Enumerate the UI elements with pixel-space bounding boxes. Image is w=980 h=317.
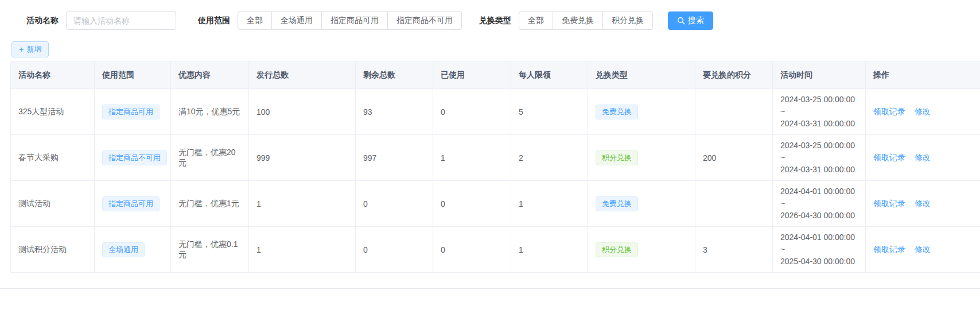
cell-activity-name: 测试积分活动 <box>11 227 95 273</box>
cell-activity-name: 测试活动 <box>11 181 95 227</box>
usage-scope-option-specified-unusable[interactable]: 指定商品不可用 <box>388 11 462 30</box>
add-button-label: 新增 <box>26 44 41 55</box>
time-start: 2024-03-25 00:00:00 <box>780 94 858 106</box>
col-header-discount-content: 优惠内容 <box>171 61 249 89</box>
edit-link[interactable]: 修改 <box>915 107 931 116</box>
search-button-label: 搜索 <box>688 16 704 26</box>
scope-tag: 指定商品可用 <box>102 196 160 211</box>
cell-usage-scope: 指定商品可用 <box>95 181 171 227</box>
time-separator: ~ <box>780 152 858 164</box>
col-header-exchange-type: 兑换类型 <box>588 61 695 89</box>
edit-link[interactable]: 修改 <box>915 199 931 208</box>
cell-limit: 5 <box>511 89 588 135</box>
cell-remaining: 93 <box>356 89 433 135</box>
time-separator: ~ <box>780 198 858 210</box>
scope-tag: 全场通用 <box>102 242 145 257</box>
exchange-type-group: 全部 免费兑换 积分兑换 <box>519 11 653 30</box>
cell-exchange-type: 积分兑换 <box>588 135 695 181</box>
cell-used: 0 <box>433 227 511 273</box>
cell-limit: 1 <box>511 181 588 227</box>
cell-discount: 无门槛，优惠20元 <box>171 135 249 181</box>
cell-used: 0 <box>433 89 511 135</box>
usage-scope-option-universal[interactable]: 全场通用 <box>272 11 322 30</box>
exchange-type-option-all[interactable]: 全部 <box>519 11 553 30</box>
exchange-type-option-points[interactable]: 积分兑换 <box>603 11 653 30</box>
activity-name-label: 活动名称 <box>26 16 59 26</box>
exchange-tag: 免费兑换 <box>596 105 638 119</box>
search-button[interactable]: 搜索 <box>668 11 713 30</box>
add-button[interactable]: + 新增 <box>11 41 49 57</box>
col-header-used: 已使用 <box>433 61 511 89</box>
cell-limit: 1 <box>511 227 588 273</box>
cell-exchange-type: 免费兑换 <box>588 89 695 135</box>
cell-actions: 领取记录 修改 <box>866 227 980 273</box>
edit-link[interactable]: 修改 <box>915 153 931 162</box>
records-link[interactable]: 领取记录 <box>873 245 905 254</box>
table-row: 测试积分活动 全场通用 无门槛，优惠0.1元 1 0 0 1 积分兑换 3 20… <box>11 227 980 273</box>
cell-time: 2024-04-01 00:00:00 ~ 2026-04-30 00:00:0… <box>773 181 866 227</box>
cell-actions: 领取记录 修改 <box>866 135 980 181</box>
cell-remaining: 0 <box>356 227 433 273</box>
cell-points <box>695 89 773 135</box>
exchange-type-label: 兑换类型 <box>479 16 511 26</box>
cell-total: 100 <box>249 89 356 135</box>
filter-bar: 活动名称 使用范围 全部 全场通用 指定商品可用 指定商品不可用 兑换类型 全部… <box>0 0 980 30</box>
cell-actions: 领取记录 修改 <box>866 181 980 227</box>
cell-time: 2024-03-25 00:00:00 ~ 2024-03-31 00:00:0… <box>773 89 866 135</box>
time-separator: ~ <box>780 243 858 256</box>
cell-actions: 领取记录 修改 <box>866 89 980 135</box>
time-start: 2024-03-25 00:00:00 <box>780 140 858 152</box>
cell-time: 2024-03-25 00:00:00 ~ 2024-03-31 00:00:0… <box>773 135 866 181</box>
cell-discount: 无门槛，优惠0.1元 <box>171 227 249 273</box>
cell-discount: 满10元，优惠5元 <box>171 89 249 135</box>
exchange-tag: 免费兑换 <box>596 196 638 211</box>
col-header-per-person-limit: 每人限领 <box>511 61 588 89</box>
table-row: 测试活动 指定商品可用 无门槛，优惠1元 1 0 0 1 免费兑换 2024-0… <box>11 181 980 227</box>
cell-exchange-type: 免费兑换 <box>588 181 695 227</box>
activity-name-input[interactable] <box>66 11 176 30</box>
cell-limit: 2 <box>511 135 588 181</box>
edit-link[interactable]: 修改 <box>915 245 931 254</box>
cell-used: 0 <box>433 181 511 227</box>
cell-usage-scope: 指定商品不可用 <box>95 135 171 181</box>
time-separator: ~ <box>780 106 858 118</box>
time-end: 2026-04-30 00:00:00 <box>780 210 858 222</box>
plus-icon: + <box>19 45 24 53</box>
col-header-activity-name: 活动名称 <box>11 61 95 89</box>
records-link[interactable]: 领取记录 <box>873 199 905 208</box>
cell-total: 1 <box>249 181 356 227</box>
cell-time: 2024-04-01 00:00:00 ~ 2025-04-30 00:00:0… <box>773 227 866 273</box>
cell-usage-scope: 指定商品可用 <box>95 89 171 135</box>
exchange-type-option-free[interactable]: 免费兑换 <box>553 11 603 30</box>
time-end: 2025-04-30 00:00:00 <box>780 256 858 268</box>
usage-scope-option-all[interactable]: 全部 <box>238 11 272 30</box>
scope-tag: 指定商品可用 <box>102 105 160 119</box>
cell-total: 1 <box>249 227 356 273</box>
time-end: 2024-03-31 00:00:00 <box>780 118 858 130</box>
col-header-activity-time: 活动时间 <box>773 61 866 89</box>
cell-activity-name: 春节大采购 <box>11 135 95 181</box>
cell-remaining: 997 <box>356 135 433 181</box>
cell-activity-name: 325大型活动 <box>11 89 95 135</box>
col-header-usage-scope: 使用范围 <box>95 61 171 89</box>
time-start: 2024-04-01 00:00:00 <box>780 231 858 243</box>
table-row: 325大型活动 指定商品可用 满10元，优惠5元 100 93 0 5 免费兑换… <box>11 89 980 135</box>
activity-table: 活动名称 使用范围 优惠内容 发行总数 剩余总数 已使用 每人限领 兑换类型 要… <box>10 61 980 273</box>
cell-exchange-type: 积分兑换 <box>588 227 695 273</box>
col-header-points-required: 要兑换的积分 <box>695 61 773 89</box>
cell-points <box>695 181 773 227</box>
table-header-row: 活动名称 使用范围 优惠内容 发行总数 剩余总数 已使用 每人限领 兑换类型 要… <box>11 61 980 89</box>
page-bottom-divider <box>0 288 980 289</box>
time-end: 2024-03-31 00:00:00 <box>780 164 858 176</box>
cell-used: 1 <box>433 135 511 181</box>
cell-points: 200 <box>695 135 773 181</box>
usage-scope-option-specified-usable[interactable]: 指定商品可用 <box>322 11 388 30</box>
cell-total: 999 <box>249 135 356 181</box>
table-row: 春节大采购 指定商品不可用 无门槛，优惠20元 999 997 1 2 积分兑换… <box>11 135 980 181</box>
records-link[interactable]: 领取记录 <box>873 107 905 116</box>
col-header-actions: 操作 <box>866 61 980 89</box>
exchange-tag: 积分兑换 <box>596 150 638 165</box>
scope-tag: 指定商品不可用 <box>102 150 167 165</box>
cell-points: 3 <box>695 227 773 273</box>
records-link[interactable]: 领取记录 <box>873 153 905 162</box>
